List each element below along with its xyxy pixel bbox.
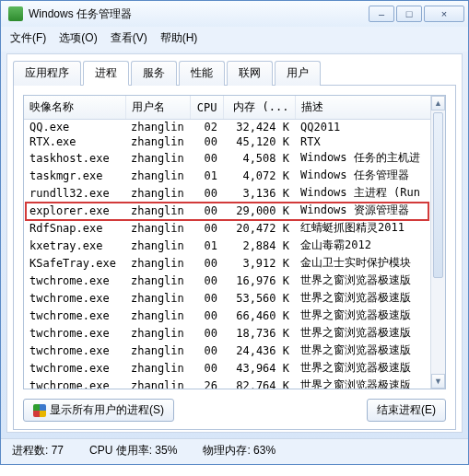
table-row[interactable]: twchrome.exezhanglin0043,964 K世界之窗浏览器极速版 bbox=[24, 359, 445, 377]
cell-desc: 世界之窗浏览器极速版 bbox=[295, 324, 445, 342]
cell-mem: 3,912 K bbox=[223, 254, 295, 272]
cell-mem: 66,460 K bbox=[223, 307, 295, 324]
end-process-button[interactable]: 结束进程(E) bbox=[367, 399, 446, 422]
cell-cpu: 00 bbox=[190, 272, 223, 289]
tab-users[interactable]: 用户 bbox=[275, 61, 321, 86]
menubar: 文件(F) 选项(O) 查看(V) 帮助(H) bbox=[1, 27, 468, 52]
cell-user: zhanglin bbox=[125, 272, 190, 289]
cell-user: zhanglin bbox=[125, 289, 190, 307]
cell-cpu: 00 bbox=[190, 289, 223, 307]
cell-mem: 4,072 K bbox=[223, 167, 295, 184]
cell-user: zhanglin bbox=[125, 167, 190, 184]
menu-file[interactable]: 文件(F) bbox=[10, 30, 46, 46]
menu-help[interactable]: 帮助(H) bbox=[160, 30, 198, 46]
cell-mem: 3,136 K bbox=[223, 184, 295, 202]
scroll-thumb[interactable] bbox=[433, 112, 443, 278]
cell-user: zhanglin bbox=[125, 307, 190, 324]
cell-desc: 红蜻蜓抓图精灵2011 bbox=[295, 219, 445, 237]
cell-user: zhanglin bbox=[125, 324, 190, 342]
cell-img: rundll32.exe bbox=[24, 184, 125, 202]
col-cpu[interactable]: CPU bbox=[190, 96, 223, 120]
window-buttons: – □ × bbox=[369, 6, 464, 22]
table-row[interactable]: twchrome.exezhanglin0053,560 K世界之窗浏览器极速版 bbox=[24, 289, 445, 307]
cell-desc: 世界之窗浏览器极速版 bbox=[295, 359, 445, 377]
cell-desc: Windows 任务的主机进 bbox=[295, 149, 445, 167]
tab-networking[interactable]: 联网 bbox=[227, 61, 273, 86]
show-all-users-button[interactable]: 显示所有用户的进程(S) bbox=[23, 399, 174, 422]
task-manager-window: Windows 任务管理器 – □ × 文件(F) 选项(O) 查看(V) 帮助… bbox=[0, 0, 469, 465]
col-description[interactable]: 描述 bbox=[295, 96, 445, 120]
minimize-button[interactable]: – bbox=[369, 6, 394, 22]
cell-user: zhanglin bbox=[125, 254, 190, 272]
table-row[interactable]: QQ.exezhanglin0232,424 KQQ2011 bbox=[24, 120, 445, 135]
process-table: 映像名称 用户名 CPU 内存 (... 描述 QQ.exezhanglin02… bbox=[24, 96, 445, 389]
cell-desc: 世界之窗浏览器极速版 bbox=[295, 342, 445, 359]
cell-img: twchrome.exe bbox=[24, 307, 125, 324]
cell-mem: 82,764 K bbox=[223, 377, 295, 389]
table-row[interactable]: twchrome.exezhanglin0018,736 K世界之窗浏览器极速版 bbox=[24, 324, 445, 342]
shield-icon bbox=[33, 404, 46, 417]
cell-img: twchrome.exe bbox=[24, 324, 125, 342]
table-row[interactable]: taskmgr.exezhanglin014,072 KWindows 任务管理… bbox=[24, 167, 445, 184]
tab-applications[interactable]: 应用程序 bbox=[13, 61, 81, 86]
show-all-users-label: 显示所有用户的进程(S) bbox=[50, 402, 164, 418]
tabstrip: 应用程序 进程 服务 性能 联网 用户 bbox=[13, 60, 456, 86]
cell-user: zhanglin bbox=[125, 184, 190, 202]
status-process-count: 进程数: 77 bbox=[12, 443, 64, 459]
tab-services[interactable]: 服务 bbox=[131, 61, 177, 86]
vertical-scrollbar[interactable]: ▲ ▼ bbox=[430, 96, 445, 389]
cell-desc: 世界之窗浏览器极速版 bbox=[295, 289, 445, 307]
titlebar[interactable]: Windows 任务管理器 – □ × bbox=[1, 1, 468, 27]
maximize-button[interactable]: □ bbox=[396, 6, 422, 22]
cell-img: KSafeTray.exe bbox=[24, 254, 125, 272]
cell-img: kxetray.exe bbox=[24, 237, 125, 254]
col-image[interactable]: 映像名称 bbox=[24, 96, 125, 120]
table-row[interactable]: kxetray.exezhanglin012,884 K金山毒霸2012 bbox=[24, 237, 445, 254]
cell-user: zhanglin bbox=[125, 134, 190, 149]
cell-desc: 金山毒霸2012 bbox=[295, 237, 445, 254]
cell-desc: QQ2011 bbox=[295, 120, 445, 135]
table-row[interactable]: twchrome.exezhanglin0024,436 K世界之窗浏览器极速版 bbox=[24, 342, 445, 359]
cell-img: QQ.exe bbox=[24, 120, 125, 135]
client-area: 应用程序 进程 服务 性能 联网 用户 映像名称 用户名 CPU 内存 (...… bbox=[6, 53, 463, 433]
cell-desc: 世界之窗浏览器极速版 bbox=[295, 377, 445, 389]
cell-img: taskmgr.exe bbox=[24, 167, 125, 184]
menu-options[interactable]: 选项(O) bbox=[59, 30, 97, 46]
table-row[interactable]: twchrome.exezhanglin2682,764 K世界之窗浏览器极速版 bbox=[24, 377, 445, 389]
cell-mem: 18,736 K bbox=[223, 324, 295, 342]
table-row[interactable]: RdfSnap.exezhanglin0020,472 K红蜻蜓抓图精灵2011 bbox=[24, 219, 445, 237]
cell-img: RTX.exe bbox=[24, 134, 125, 149]
cell-user: zhanglin bbox=[125, 202, 190, 219]
process-list[interactable]: 映像名称 用户名 CPU 内存 (... 描述 QQ.exezhanglin02… bbox=[23, 95, 446, 389]
cell-desc: RTX bbox=[295, 134, 445, 149]
table-row[interactable]: KSafeTray.exezhanglin003,912 K金山卫士实时保护模块 bbox=[24, 254, 445, 272]
tab-performance[interactable]: 性能 bbox=[179, 61, 225, 86]
table-row[interactable]: rundll32.exezhanglin003,136 KWindows 主进程… bbox=[24, 184, 445, 202]
app-icon bbox=[8, 6, 23, 21]
button-row: 显示所有用户的进程(S) 结束进程(E) bbox=[23, 399, 446, 422]
cell-user: zhanglin bbox=[125, 359, 190, 377]
scroll-up-icon[interactable]: ▲ bbox=[431, 96, 445, 110]
table-row[interactable]: taskhost.exezhanglin004,508 KWindows 任务的… bbox=[24, 149, 445, 167]
cell-cpu: 00 bbox=[190, 342, 223, 359]
cell-img: twchrome.exe bbox=[24, 342, 125, 359]
cell-cpu: 00 bbox=[190, 134, 223, 149]
col-user[interactable]: 用户名 bbox=[125, 96, 190, 120]
table-row[interactable]: twchrome.exezhanglin0066,460 K世界之窗浏览器极速版 bbox=[24, 307, 445, 324]
cell-mem: 20,472 K bbox=[223, 219, 295, 237]
menu-view[interactable]: 查看(V) bbox=[111, 30, 147, 46]
cell-user: zhanglin bbox=[125, 120, 190, 135]
col-memory[interactable]: 内存 (... bbox=[223, 96, 295, 120]
cell-user: zhanglin bbox=[125, 342, 190, 359]
cell-cpu: 01 bbox=[190, 167, 223, 184]
tab-processes[interactable]: 进程 bbox=[83, 61, 129, 86]
table-row[interactable]: explorer.exezhanglin0029,000 KWindows 资源… bbox=[24, 202, 445, 219]
table-row[interactable]: twchrome.exezhanglin0016,976 K世界之窗浏览器极速版 bbox=[24, 272, 445, 289]
cell-desc: Windows 资源管理器 bbox=[295, 202, 445, 219]
statusbar: 进程数: 77 CPU 使用率: 35% 物理内存: 63% bbox=[1, 438, 468, 464]
close-button[interactable]: × bbox=[424, 6, 464, 22]
table-row[interactable]: RTX.exezhanglin0045,120 KRTX bbox=[24, 134, 445, 149]
cell-mem: 43,964 K bbox=[223, 359, 295, 377]
scroll-down-icon[interactable]: ▼ bbox=[431, 374, 445, 389]
cell-user: zhanglin bbox=[125, 149, 190, 167]
